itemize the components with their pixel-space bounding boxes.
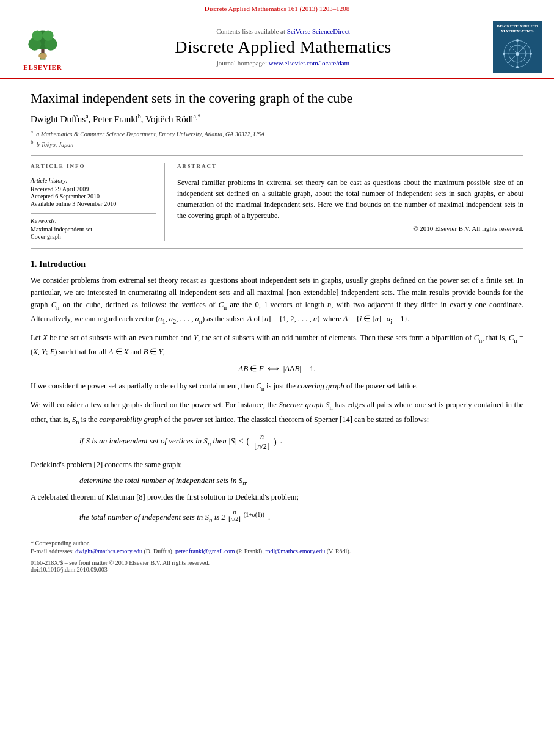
journal-cover-image: DISCRETE APPLIED MATHEMATICS xyxy=(493,21,542,73)
intro-para-3: If we consider the power set as partiall… xyxy=(31,380,523,394)
svg-point-5 xyxy=(32,31,43,42)
author-duffus: Dwight Duffusa xyxy=(31,114,89,124)
article-info-column: ARTICLE INFO Article history: Received 2… xyxy=(31,163,165,241)
abstract-label: ABSTRACT xyxy=(177,163,523,169)
dedekind-statement: determine the total number of independen… xyxy=(31,476,523,487)
email-link-duffus[interactable]: dwight@mathcs.emory.edu xyxy=(75,548,142,554)
svg-point-18 xyxy=(503,53,505,55)
keywords-block: Keywords: Maximal independent set Cover … xyxy=(31,213,156,240)
journal-header: ELSEVIER Contents lists available at Sci… xyxy=(0,16,554,79)
cover-title: DISCRETE APPLIED MATHEMATICS xyxy=(495,24,539,34)
journal-title-area: Contents lists available at SciVerse Sci… xyxy=(79,21,487,73)
intro-para-1: We consider problems from extremal set t… xyxy=(31,274,523,327)
cover-graphic-icon xyxy=(499,37,536,70)
svg-point-16 xyxy=(516,39,519,42)
affiliation-a: a a Mathematics & Computer Science Depar… xyxy=(31,128,523,137)
author-rodl: Vojtěch Rödla,* xyxy=(145,114,200,124)
footnote-area: * Corresponding author. E-mail addresses… xyxy=(31,536,523,554)
formula-AB: AB ∈ E ⟺ |AΔB| = 1. xyxy=(31,364,523,374)
contents-line: Contents lists available at SciVerse Sci… xyxy=(79,27,487,35)
elsevier-wordmark: ELSEVIER xyxy=(23,64,62,71)
authors-line: Dwight Duffusa, Peter Franklb, Vojtěch R… xyxy=(31,113,523,125)
dedekind-intro: Dedekind's problem [2] concerns the same… xyxy=(31,459,523,471)
homepage-link[interactable]: www.elsevier.com/locate/dam xyxy=(269,59,349,67)
intro-para-4: We will consider a few other graphs defi… xyxy=(31,399,523,427)
article-history-heading: Article history: xyxy=(31,177,156,184)
kleitman-intro: A celebrated theorem of Kleitman [8] pro… xyxy=(31,491,523,503)
section-1-heading: 1. Introduction xyxy=(31,260,523,269)
email-link-frankl[interactable]: peter.frankl@gmail.com xyxy=(175,548,235,554)
journal-name-heading: Discrete Applied Mathematics xyxy=(79,37,487,57)
svg-point-17 xyxy=(516,66,519,68)
intro-para-2: Let X be the set of subsets with an even… xyxy=(31,332,523,358)
article-info-label: ARTICLE INFO xyxy=(31,163,156,169)
elsevier-tree-icon xyxy=(21,23,64,62)
divider-before-intro xyxy=(31,248,523,249)
doi-line: doi:10.1016/j.dam.2010.09.003 xyxy=(31,566,523,573)
kleitman-statement: the total number of independent sets in … xyxy=(31,508,523,523)
journal-ref-link[interactable]: Discrete Applied Mathematics 161 (2013) … xyxy=(205,5,349,12)
copyright-line: © 2010 Elsevier B.V. All rights reserved… xyxy=(177,225,523,232)
received-date: Received 29 April 2009 xyxy=(31,186,156,192)
keyword-1: Maximal independent set xyxy=(31,226,156,233)
article-info-abstract-section: ARTICLE INFO Article history: Received 2… xyxy=(31,163,523,241)
accepted-date: Accepted 6 September 2010 xyxy=(31,193,156,200)
keywords-heading: Keywords: xyxy=(31,217,156,224)
homepage-line: journal homepage: www.elsevier.com/locat… xyxy=(79,59,487,67)
svg-point-19 xyxy=(530,53,532,55)
abstract-text: Several familiar problems in extremal se… xyxy=(177,177,523,221)
abstract-block: Several familiar problems in extremal se… xyxy=(177,173,523,232)
keyword-2: Cover graph xyxy=(31,233,156,240)
top-bar: Discrete Applied Mathematics 161 (2013) … xyxy=(0,0,554,16)
sciverse-link[interactable]: SciVerse ScienceDirect xyxy=(287,27,350,35)
issn-line: 0166-218X/$ – see front matter © 2010 El… xyxy=(31,559,523,566)
email-addresses-line: E-mail addresses: dwight@mathcs.emory.ed… xyxy=(31,548,523,554)
author-frankl: Peter Franklb xyxy=(93,114,141,124)
elsevier-logo: ELSEVIER xyxy=(12,21,73,73)
available-date: Available online 3 November 2010 xyxy=(31,200,156,207)
corresponding-author-note: * Corresponding author. xyxy=(31,540,523,547)
paper-title: Maximal independent sets in the covering… xyxy=(31,90,523,107)
svg-rect-8 xyxy=(41,56,45,59)
sperner-statement: if S is an independent set of vertices i… xyxy=(31,432,523,451)
article-history-block: Article history: Received 29 April 2009 … xyxy=(31,173,156,207)
svg-point-15 xyxy=(516,52,519,56)
abstract-column: ABSTRACT Several familiar problems in ex… xyxy=(177,163,523,241)
affiliation-b: b b Tokyo, Japan xyxy=(31,139,523,148)
svg-point-6 xyxy=(43,31,54,42)
divider-after-affiliations xyxy=(31,155,523,156)
email-link-rodl[interactable]: rodl@mathcs.emory.edu xyxy=(265,548,325,554)
main-content: Maximal independent sets in the covering… xyxy=(0,79,554,585)
